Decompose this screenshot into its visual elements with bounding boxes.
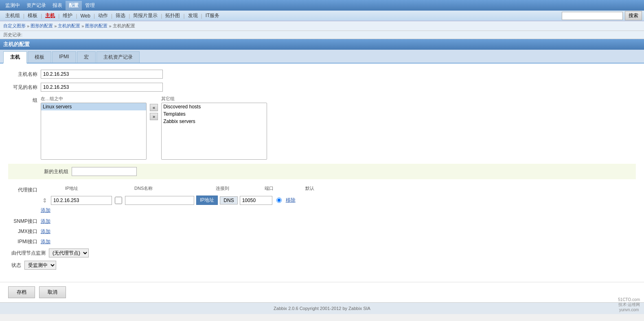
group-label: 组 (8, 96, 41, 104)
tab-asset[interactable]: 主机资产记录 (96, 51, 140, 63)
breadcrumb-graph-config2[interactable]: 图形的配置 (85, 23, 107, 29)
monitoring-label: 由代理节点监测 (8, 250, 49, 257)
footer-copyright: Zabbix 2.0.6 Copyright 2001-2012 by Zabb… (274, 306, 370, 311)
breadcrumb-graph-config[interactable]: 图形的配置 (31, 23, 53, 29)
ip-col-header: IP地址 (53, 185, 126, 191)
search-button[interactable]: 搜索 (625, 11, 642, 20)
tab-ipmi[interactable]: IPMI (52, 51, 76, 63)
search-area: 搜索 (562, 11, 642, 20)
connect-col-header: 连接到 (216, 185, 265, 191)
remove-link[interactable]: 移除 (286, 197, 296, 204)
ipmi-add-link[interactable]: 添加 (41, 238, 50, 245)
move-right-button[interactable]: » (150, 113, 158, 120)
hostname-label: 主机名称 (8, 70, 41, 78)
footer: Zabbix 2.0.6 Copyright 2001-2012 by Zabb… (0, 302, 644, 314)
jmx-add-link[interactable]: 添加 (41, 228, 50, 235)
ip-address-input[interactable] (51, 196, 112, 205)
nav-item-config[interactable]: 配置 (66, 1, 82, 10)
ingroup-option-linux[interactable]: Linux servers (41, 103, 146, 110)
visiblename-row: 可见的名称 (8, 83, 636, 92)
dns-enable-checkbox[interactable] (115, 197, 122, 204)
nav-discovery[interactable]: 发现 (185, 11, 201, 20)
history-label: 历史记录: (3, 32, 22, 37)
agent-interface-header-row: 代理接口 IP地址 DNS名称 连接到 端口 默认 (8, 185, 636, 193)
nav-web[interactable]: Web (77, 12, 94, 20)
visiblename-input[interactable] (41, 83, 163, 92)
othergroup-col: 其它组 Discovered hosts Templates Zabbix se… (161, 96, 267, 160)
ingroup-col: 在…组之中 Linux servers (41, 96, 147, 160)
nav-slides[interactable]: 简报片显示 (130, 11, 161, 20)
status-row: 状态 受监测中 未监测 (8, 261, 636, 270)
connect-dns-button[interactable]: DNS (220, 196, 237, 204)
dns-name-input[interactable] (125, 196, 194, 205)
tab-macro[interactable]: 宏 (77, 51, 96, 63)
page-title: 主机的配置 (0, 39, 644, 50)
drag-handle-icon[interactable]: ⇕ (41, 197, 49, 204)
nav-maintenance[interactable]: 维护 (59, 11, 76, 20)
hostname-row: 主机名称 (8, 70, 636, 79)
nav-it-services[interactable]: IT服务 (202, 11, 223, 20)
default-radio[interactable] (276, 198, 282, 203)
form-area: 主机名称 可见的名称 组 在…组之中 Linux servers (0, 64, 644, 282)
nav-topology[interactable]: 拓扑图 (162, 11, 183, 20)
breadcrumb-current: 主机的配置 (113, 23, 135, 29)
breadcrumb-host-config[interactable]: 主机的配置 (58, 23, 80, 29)
nav-actions[interactable]: 动作 (95, 11, 111, 20)
second-nav: 主机组 | 模板 | 主机 | 维护 | Web | 动作 | 筛选 | 简报片… (0, 11, 644, 21)
jmx-label: JMX接口 (8, 228, 41, 235)
ingroup-listbox[interactable]: Linux servers (41, 103, 147, 160)
othergroup-option-discovered[interactable]: Discovered hosts (162, 103, 267, 110)
group-section: 组 在…组之中 Linux servers « » 其它组 Discovered… (8, 96, 636, 160)
agent-add-row: 添加 (8, 207, 636, 214)
new-group-label: 新的主机组 (44, 168, 68, 175)
agent-interface-data-label (8, 196, 41, 197)
agent-interface-data-inner: ⇕ IP地址 DNS 移除 (41, 196, 296, 205)
top-nav: 监测中 资产记录 报表 配置 管理 (0, 0, 644, 11)
othergroup-listbox[interactable]: Discovered hosts Templates Zabbix server… (161, 103, 267, 160)
status-label: 状态 (8, 262, 24, 269)
othergroup-option-zabbix[interactable]: Zabbix servers (162, 118, 267, 125)
nav-item-reports[interactable]: 报表 (49, 1, 66, 10)
nav-filter[interactable]: 筛选 (112, 11, 129, 20)
breadcrumb-custom-graphs[interactable]: 自定义图形 (3, 23, 26, 29)
visiblename-label: 可见的名称 (8, 83, 41, 91)
nav-item-admin[interactable]: 管理 (82, 1, 98, 10)
group-arrows: « » (150, 96, 158, 120)
group-inner: 在…组之中 Linux servers « » 其它组 Discovered h… (41, 96, 267, 160)
agent-add-link[interactable]: 添加 (41, 207, 50, 214)
dns-col-header: DNS名称 (134, 185, 216, 191)
new-group-row: 新的主机组 (8, 164, 636, 179)
button-row: 存档 取消 (0, 282, 644, 302)
history-bar: 历史记录: (0, 31, 644, 39)
nav-templates[interactable]: 模板 (24, 11, 41, 20)
visiblename-control (41, 83, 171, 92)
port-input[interactable] (240, 196, 272, 205)
jmx-row: JMX接口 添加 (8, 228, 636, 235)
nav-item-assets[interactable]: 资产记录 (23, 1, 49, 10)
status-select[interactable]: 受监测中 未监测 (24, 261, 56, 270)
footer-logo: 51CTO.com 技术·运维网 yunvn.com (618, 297, 640, 312)
agent-interface-headers: IP地址 DNS名称 连接到 端口 默认 (41, 185, 330, 191)
othergroup-option-templates[interactable]: Templates (162, 110, 267, 118)
nav-hosts[interactable]: 主机 (42, 11, 58, 20)
cancel-button[interactable]: 取消 (39, 286, 66, 298)
tab-host[interactable]: 主机 (3, 51, 27, 64)
ingroup-col-label: 在…组之中 (41, 96, 147, 102)
nav-hostgroups[interactable]: 主机组 (2, 11, 23, 20)
connect-ip-button[interactable]: IP地址 (196, 196, 218, 205)
snmp-label: SNMP接口 (8, 218, 41, 225)
ipmi-iface-label: IPMI接口 (8, 238, 41, 245)
search-input[interactable] (562, 12, 623, 20)
nav-item-monitor[interactable]: 监测中 (2, 1, 23, 10)
agent-interface-data-row: ⇕ IP地址 DNS 移除 (8, 196, 636, 205)
new-group-input[interactable] (72, 167, 137, 176)
default-col-header: 默认 (305, 185, 330, 191)
main-content: 主机 模板 IPMI 宏 主机资产记录 主机名称 可见的名称 组 在…组之中 (0, 50, 644, 302)
tab-template[interactable]: 模板 (28, 51, 51, 63)
move-left-button[interactable]: « (150, 104, 158, 111)
hostname-input[interactable] (41, 70, 163, 79)
snmp-add-link[interactable]: 添加 (41, 218, 50, 225)
snmp-row: SNMP接口 添加 (8, 218, 636, 225)
save-button[interactable]: 存档 (8, 286, 35, 298)
monitoring-select[interactable]: (无代理节点) (49, 248, 89, 257)
